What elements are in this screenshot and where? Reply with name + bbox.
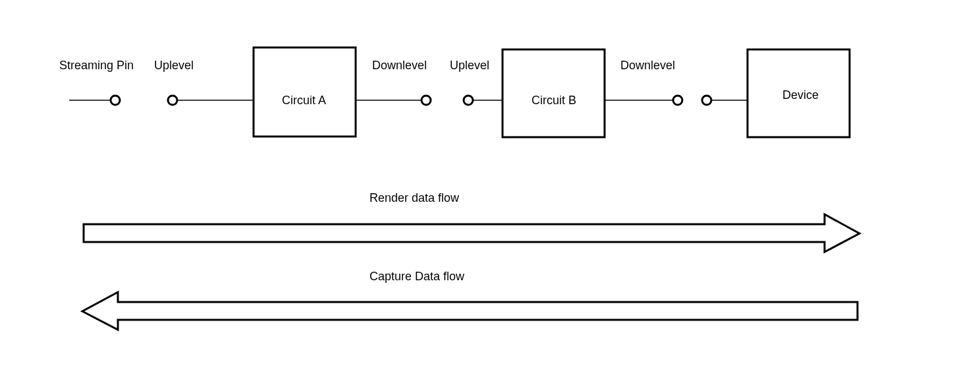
- uplevel1-pin-icon: [168, 96, 177, 105]
- streaming-pin-icon: [111, 96, 120, 105]
- streaming-pin-label: Streaming Pin: [59, 59, 134, 72]
- diagram-canvas: Streaming Pin Uplevel Circuit A Downleve…: [0, 0, 980, 366]
- render-flow-label: Render data flow: [369, 191, 460, 204]
- circuit-a-label: Circuit A: [282, 94, 326, 107]
- downlevel1-pin-icon: [422, 96, 431, 105]
- circuit-b-label: Circuit B: [531, 94, 576, 107]
- capture-flow-label: Capture Data flow: [369, 270, 465, 283]
- uplevel2-pin-icon: [464, 96, 473, 105]
- capture-arrow-icon: [82, 292, 858, 330]
- device-pin-icon: [702, 96, 711, 105]
- downlevel1-label: Downlevel: [372, 59, 427, 72]
- device-label: Device: [782, 88, 819, 102]
- uplevel1-label: Uplevel: [154, 59, 194, 72]
- render-arrow-icon: [84, 214, 859, 252]
- downlevel2-pin-icon: [673, 96, 682, 105]
- downlevel2-label: Downlevel: [620, 59, 675, 72]
- circuit-a-box: [254, 47, 356, 137]
- uplevel2-label: Uplevel: [450, 59, 489, 72]
